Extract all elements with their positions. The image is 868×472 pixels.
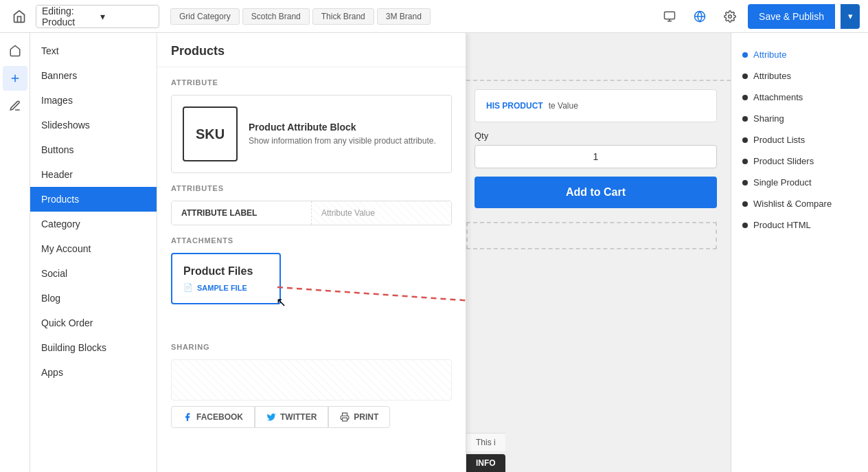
- product-files-title: Product Files: [183, 265, 269, 278]
- dropdown-arrow-icon: ▾: [100, 11, 153, 22]
- sidebar-item-header[interactable]: Header: [30, 162, 157, 187]
- attribute-block[interactable]: SKU Product Attribute Block Show informa…: [171, 95, 452, 173]
- sidebar-item-products[interactable]: Products: [30, 187, 157, 212]
- sidebar-item-text[interactable]: Text: [30, 38, 157, 63]
- sidebar-item-slideshows[interactable]: Slideshows: [30, 113, 157, 137]
- info-text: This i: [466, 433, 505, 451]
- product-files-box[interactable]: Product Files 📄 SAMPLE FILE ↖: [171, 253, 281, 304]
- facebook-label: FACEBOOK: [196, 412, 243, 422]
- dot-attribute: [742, 52, 748, 58]
- sharing-section: SHARING FACEBOOK TWITTER PRINT: [157, 315, 466, 439]
- sidebar-item-blog[interactable]: Blog: [30, 286, 157, 311]
- sidebar-item-images[interactable]: Images: [30, 88, 157, 113]
- twitter-label: TWITTER: [280, 412, 317, 422]
- icon-sidebar: [0, 33, 30, 472]
- attributes-section-label: ATTRIBUTES: [171, 184, 452, 192]
- sidebar-item-quick-order[interactable]: Quick Order: [30, 311, 157, 335]
- print-label: PRINT: [354, 412, 378, 422]
- right-nav-product-sliders-label: Product Sliders: [753, 156, 814, 166]
- product-attr-row: HIS PRODUCT te Value: [486, 101, 705, 111]
- sidebar-item-category[interactable]: Category: [30, 212, 157, 236]
- right-nav-attributes-label: Attributes: [753, 71, 791, 81]
- attr-label-col: ATTRIBUTE LABEL: [172, 201, 312, 225]
- save-dropdown-icon: ▾: [848, 11, 853, 21]
- sku-box: SKU: [183, 106, 238, 161]
- breadcrumb-tab-3[interactable]: Thick Brand: [312, 8, 374, 25]
- breadcrumb-tab-4[interactable]: 3M Brand: [377, 8, 431, 25]
- products-panel-header: Products: [157, 33, 466, 67]
- sample-file-label: SAMPLE FILE: [197, 284, 247, 292]
- sidebar-item-social[interactable]: Social: [30, 261, 157, 286]
- breadcrumb-tabs: Grid Category Scotch Brand Thick Brand 3…: [170, 8, 433, 25]
- this-product-label[interactable]: HIS PRODUCT: [486, 101, 543, 111]
- sample-file[interactable]: 📄 SAMPLE FILE: [183, 283, 269, 292]
- add-to-cart-button[interactable]: Add to Cart: [475, 177, 717, 208]
- breadcrumb-tab-2[interactable]: Scotch Brand: [242, 8, 310, 25]
- sidebar-item-apps[interactable]: Apps: [30, 360, 157, 385]
- bottom-dotted-area: [466, 222, 717, 249]
- editing-dropdown[interactable]: Editing: Product ▾: [36, 5, 159, 28]
- add-sidebar-icon[interactable]: [3, 66, 27, 91]
- sidebar-item-my-account[interactable]: My Account: [30, 236, 157, 261]
- right-nav-product-sliders[interactable]: Product Sliders: [731, 150, 868, 172]
- save-publish-button[interactable]: Save & Publish: [748, 4, 835, 29]
- right-overlay-panel: Attribute Attributes Attachments Sharing…: [731, 33, 868, 472]
- sidebar-item-building-blocks[interactable]: Building Blocks: [30, 335, 157, 360]
- globe-icon-btn[interactable]: [687, 4, 712, 29]
- sku-text: SKU: [196, 126, 225, 142]
- attribute-block-desc: Show information from any visible produc…: [249, 135, 436, 147]
- right-nav-attachments[interactable]: Attachments: [731, 87, 868, 108]
- right-nav-attribute-label: Attribute: [753, 49, 786, 60]
- product-attr-display: HIS PRODUCT te Value: [475, 89, 717, 122]
- pen-sidebar-icon[interactable]: [3, 93, 27, 118]
- attachments-section: ATTACHMENTS Product Files 📄 SAMPLE FILE …: [157, 236, 466, 315]
- right-nav-attribute[interactable]: Attribute: [731, 44, 868, 65]
- attr-value-col: Attribute Value: [312, 201, 451, 225]
- home-icon[interactable]: [8, 5, 30, 27]
- doc-icon: 📄: [183, 283, 193, 292]
- gear-icon-btn[interactable]: [718, 4, 742, 29]
- social-buttons: FACEBOOK TWITTER PRINT: [171, 406, 452, 428]
- twitter-btn[interactable]: TWITTER: [255, 406, 328, 428]
- attributes-table-row: ATTRIBUTE LABEL Attribute Value: [172, 201, 451, 225]
- sharing-section-label: SHARING: [171, 343, 452, 351]
- qty-input[interactable]: [475, 145, 717, 168]
- right-nav-single-product[interactable]: Single Product: [731, 172, 868, 193]
- sidebar-item-buttons[interactable]: Buttons: [30, 137, 157, 162]
- dot-attributes: [742, 74, 748, 79]
- topbar: Editing: Product ▾ Grid Category Scotch …: [0, 0, 868, 33]
- right-nav-wishlist-label: Wishlist & Compare: [753, 199, 832, 209]
- right-nav-product-lists-label: Product Lists: [753, 135, 805, 145]
- right-nav-product-html[interactable]: Product HTML: [731, 214, 868, 236]
- dot-attachments: [742, 95, 748, 100]
- sharing-preview: [171, 359, 452, 401]
- dot-wishlist: [742, 201, 748, 207]
- dot-sharing: [742, 116, 748, 122]
- monitor-icon-btn[interactable]: [657, 4, 682, 29]
- sidebar-item-banners[interactable]: Banners: [30, 63, 157, 88]
- products-panel-title: Products: [171, 44, 452, 58]
- cursor-icon: ↖: [276, 295, 286, 310]
- right-nav-product-html-label: Product HTML: [753, 220, 811, 230]
- attributes-table: ATTRIBUTE LABEL Attribute Value: [171, 201, 452, 225]
- home-sidebar-icon[interactable]: [3, 38, 27, 63]
- attribute-section-label: ATTRIBUTE: [171, 78, 452, 87]
- print-btn[interactable]: PRINT: [328, 406, 390, 428]
- attachments-area: Product Files 📄 SAMPLE FILE ↖: [171, 253, 452, 304]
- info-tab[interactable]: INFO: [466, 454, 505, 472]
- dot-product-html: [742, 223, 748, 228]
- attribute-value: te Value: [549, 101, 578, 111]
- svg-rect-0: [665, 12, 675, 19]
- breadcrumb-tab-1[interactable]: Grid Category: [170, 8, 240, 25]
- right-nav-wishlist[interactable]: Wishlist & Compare: [731, 193, 868, 214]
- topbar-right: Save & Publish ▾: [657, 4, 860, 29]
- right-nav-single-product-label: Single Product: [753, 177, 812, 188]
- right-nav-attributes[interactable]: Attributes: [731, 65, 868, 87]
- attributes-section: ATTRIBUTES ATTRIBUTE LABEL Attribute Val…: [157, 184, 466, 236]
- svg-rect-10: [343, 418, 347, 421]
- attribute-block-title: Product Attribute Block: [249, 122, 436, 133]
- right-nav-sharing[interactable]: Sharing: [731, 108, 868, 129]
- facebook-btn[interactable]: FACEBOOK: [171, 406, 255, 428]
- save-dropdown-button[interactable]: ▾: [841, 4, 860, 29]
- right-nav-product-lists[interactable]: Product Lists: [731, 129, 868, 150]
